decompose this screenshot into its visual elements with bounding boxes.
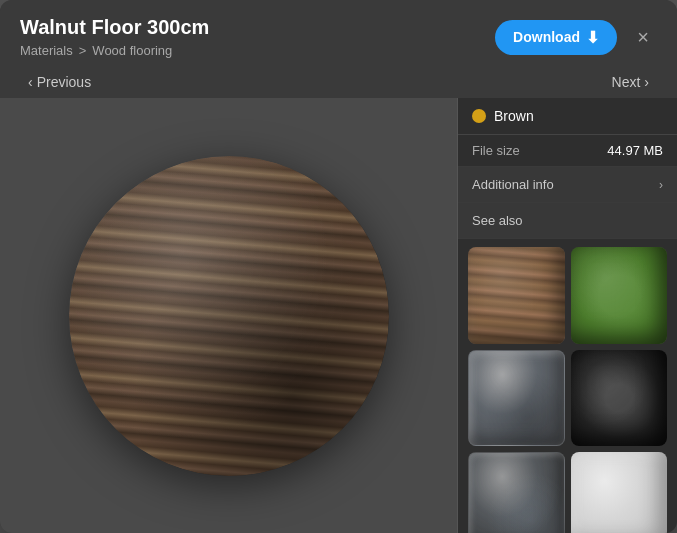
see-also-section[interactable]: See also [458, 203, 677, 239]
next-label: Next [612, 74, 641, 90]
file-size-row: File size 44.97 MB [458, 135, 677, 167]
preview-area [0, 98, 457, 533]
side-panel: Brown File size 44.97 MB Additional info… [457, 98, 677, 533]
previous-button[interactable]: ‹ Previous [20, 70, 99, 94]
next-button[interactable]: Next › [604, 70, 657, 94]
breadcrumb-current: Wood flooring [92, 43, 172, 58]
thumbnail-wood[interactable] [468, 247, 565, 344]
close-icon: × [637, 26, 649, 49]
thumbnail-white[interactable] [571, 452, 668, 533]
modal-title: Walnut Floor 300cm [20, 16, 209, 39]
download-button[interactable]: Download ⬇ [495, 20, 617, 55]
color-label: Brown [494, 108, 534, 124]
previous-label: Previous [37, 74, 91, 90]
breadcrumb: Materials > Wood flooring [20, 43, 209, 58]
navigation-bar: ‹ Previous Next › [0, 66, 677, 98]
color-swatch [472, 109, 486, 123]
file-size-label: File size [472, 143, 520, 158]
breadcrumb-separator: > [79, 43, 87, 58]
material-preview-sphere [69, 156, 389, 476]
sphere-surface [69, 156, 389, 476]
thumbnail-glass[interactable] [468, 350, 565, 447]
header-left: Walnut Floor 300cm Materials > Wood floo… [20, 16, 209, 58]
additional-info-section[interactable]: Additional info › [458, 167, 677, 203]
thumbnail-dark[interactable] [571, 350, 668, 447]
thumbnail-grass[interactable] [571, 247, 668, 344]
modal-window: Walnut Floor 300cm Materials > Wood floo… [0, 0, 677, 533]
content-area: Brown File size 44.97 MB Additional info… [0, 98, 677, 533]
additional-info-label: Additional info [472, 177, 554, 192]
close-button[interactable]: × [629, 23, 657, 51]
header-right: Download ⬇ × [495, 20, 657, 55]
thumbnail-glass2[interactable] [468, 452, 565, 533]
download-label: Download [513, 29, 580, 45]
color-tag: Brown [458, 98, 677, 135]
file-size-value: 44.97 MB [607, 143, 663, 158]
thumbnail-grid [458, 239, 677, 533]
next-icon: › [644, 74, 649, 90]
see-also-label: See also [472, 213, 523, 228]
modal-header: Walnut Floor 300cm Materials > Wood floo… [0, 0, 677, 66]
breadcrumb-parent[interactable]: Materials [20, 43, 73, 58]
additional-info-chevron: › [659, 178, 663, 192]
previous-icon: ‹ [28, 74, 33, 90]
download-icon: ⬇ [586, 28, 599, 47]
